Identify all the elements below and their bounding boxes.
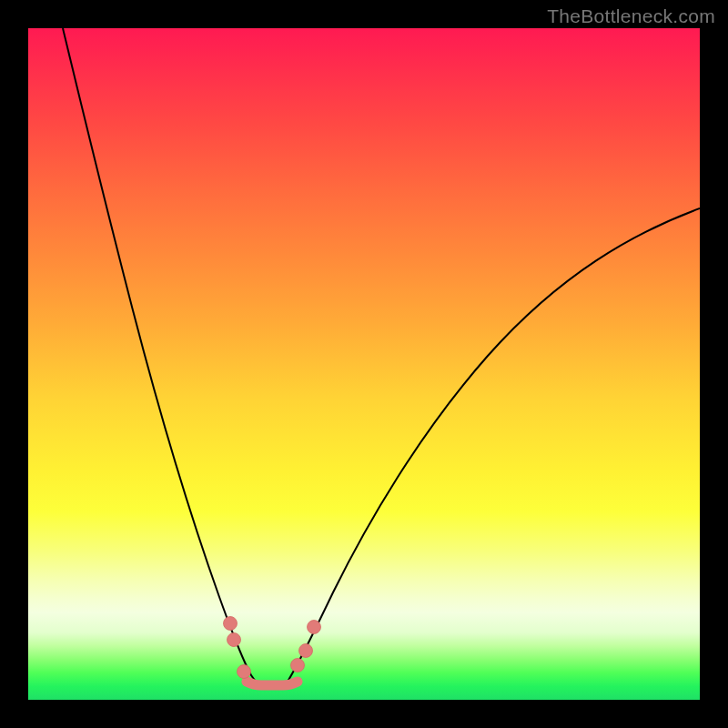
marker-dot [228,633,241,647]
chart-stage: TheBottleneck.com [0,0,728,728]
plot-area [28,28,700,700]
curve-left-branch [63,28,256,682]
watermark-text: TheBottleneck.com [547,5,715,27]
marker-dot [291,659,305,672]
curve-layer [28,28,700,700]
marker-dot [299,644,313,658]
marker-dot [238,665,251,679]
marker-dot [224,617,238,631]
curve-right-branch [288,208,700,682]
marker-dot [308,621,321,634]
valley-bottom-segment [247,682,298,685]
